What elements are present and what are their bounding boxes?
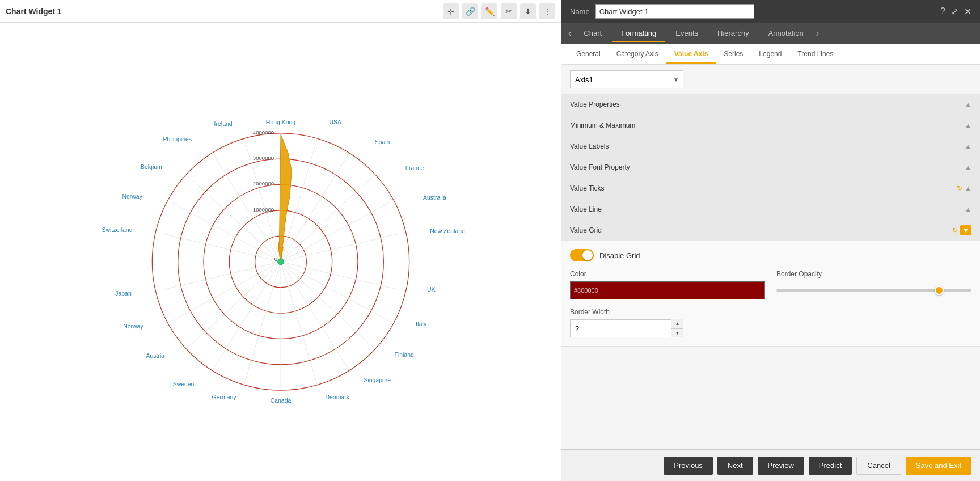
section-value-labels: Value Labels ▲ (561, 136, 980, 157)
svg-text:Hong Kong: Hong Kong (265, 119, 295, 125)
link-icon[interactable]: 🔗 (462, 3, 478, 19)
svg-text:USA: USA (329, 119, 341, 125)
collapse-icon-5[interactable]: ▲ (965, 184, 971, 192)
svg-marker-29 (278, 134, 292, 262)
spinner-down[interactable]: ▼ (671, 329, 683, 338)
svg-text:Finland: Finland (394, 352, 413, 358)
edit-icon[interactable]: ✏️ (481, 3, 497, 19)
chart-title: Chart Widget 1 (6, 7, 62, 16)
tab-nav-next[interactable]: › (814, 29, 821, 38)
svg-text:Spain: Spain (374, 139, 390, 145)
svg-text:Norway: Norway (123, 323, 143, 330)
section-value-font: Value Font Property ▲ (561, 157, 980, 178)
svg-line-12 (281, 261, 398, 289)
refresh-icon-ticks[interactable]: ↻ (957, 184, 962, 192)
collapse-icon-2[interactable]: ▲ (965, 121, 971, 129)
close-icon[interactable]: ✕ (964, 6, 971, 17)
expand-icon-grid[interactable]: ▼ (960, 225, 971, 235)
color-hex-text: #800000 (574, 287, 598, 294)
svg-text:Germany: Germany (212, 394, 236, 400)
help-icon[interactable]: ? (940, 6, 945, 16)
right-header: Name ? ⤢ ✕ (561, 0, 980, 23)
preview-button[interactable]: Preview (758, 457, 804, 475)
svg-text:0: 0 (274, 256, 277, 262)
tab-annotation[interactable]: Annotation (759, 26, 813, 42)
settings-icon[interactable]: ✂ (501, 3, 517, 19)
svg-text:2000000: 2000000 (252, 180, 273, 187)
svg-text:Japan: Japan (115, 290, 132, 297)
section-value-grid-header[interactable]: Value Grid ↻ ▼ (561, 220, 980, 241)
svg-line-11 (281, 234, 398, 262)
section-value-ticks-header[interactable]: Value Ticks ↻ ▲ (561, 178, 980, 199)
svg-line-22 (164, 261, 281, 289)
opacity-slider[interactable] (776, 289, 971, 292)
svg-text:Austria: Austria (146, 353, 164, 359)
refresh-icon-grid[interactable]: ↻ (952, 226, 958, 234)
svg-text:4000000: 4000000 (252, 129, 273, 136)
collapse-icon-3[interactable]: ▲ (965, 142, 971, 150)
disable-grid-label: Disable Grid (599, 251, 640, 260)
border-width-input[interactable] (570, 319, 683, 337)
more-icon[interactable]: ⋮ (539, 3, 555, 19)
section-value-labels-header[interactable]: Value Labels ▲ (561, 136, 980, 157)
svg-text:Philippines: Philippines (163, 136, 192, 142)
disable-grid-toggle[interactable] (570, 249, 594, 261)
border-width-row: Border Width ▲ ▼ (570, 308, 971, 337)
axis-select[interactable]: Axis1 (570, 70, 683, 88)
sub-tab-legend[interactable]: Legend (751, 45, 789, 64)
collapse-icon-6[interactable]: ▲ (965, 205, 971, 213)
resize-icon[interactable]: ⤢ (951, 6, 958, 17)
right-panel: Name ? ⤢ ✕ ‹ Chart Formatting Events Hie… (561, 0, 980, 481)
spinner-buttons: ▲ ▼ (671, 319, 683, 337)
section-value-ticks: Value Ticks ↻ ▲ (561, 178, 980, 199)
sub-tab-value-axis[interactable]: Value Axis (666, 45, 716, 64)
spinner-up[interactable]: ▲ (671, 319, 683, 329)
section-value-labels-label: Value Labels (570, 142, 609, 150)
tab-formatting[interactable]: Formatting (612, 26, 665, 42)
toolbar-icons: ⊹ 🔗 ✏️ ✂ ⬇ ⋮ (443, 3, 555, 19)
svg-text:1000000: 1000000 (252, 206, 273, 213)
svg-text:Australia: Australia (423, 195, 446, 201)
predict-button[interactable]: Predict (809, 457, 852, 475)
svg-line-15 (281, 261, 349, 370)
border-width-input-wrapper: ▲ ▼ (570, 319, 683, 337)
save-exit-button[interactable]: Save and Exit (906, 457, 971, 475)
collapse-icon-4[interactable]: ▲ (965, 163, 971, 171)
previous-button[interactable]: Previous (664, 457, 713, 475)
toggle-knob (582, 250, 593, 260)
section-value-grid-label: Value Grid (570, 226, 602, 234)
svg-text:Switzerland: Switzerland (102, 227, 132, 233)
bottom-bar: Previous Next Preview Predict Cancel Sav… (561, 449, 980, 481)
download-icon[interactable]: ⬇ (520, 3, 536, 19)
tab-hierarchy[interactable]: Hierarchy (708, 26, 758, 42)
cancel-button[interactable]: Cancel (856, 457, 901, 475)
widget-name-input[interactable] (595, 4, 754, 19)
section-value-ticks-icons: ↻ ▲ (957, 184, 971, 192)
tab-nav-prev[interactable]: ‹ (566, 29, 573, 38)
sub-tab-series[interactable]: Series (716, 45, 751, 64)
section-value-font-header[interactable]: Value Font Property ▲ (561, 157, 980, 178)
opacity-col: Border Opacity (776, 270, 971, 299)
chart-toolbar: Chart Widget 1 ⊹ 🔗 ✏️ ✂ ⬇ ⋮ (0, 0, 561, 23)
sub-tab-general[interactable]: General (568, 45, 609, 64)
opacity-label: Border Opacity (776, 270, 971, 278)
sub-tab-category[interactable]: Category Axis (609, 45, 666, 64)
tab-events[interactable]: Events (666, 26, 707, 42)
section-value-properties-label: Value Properties (570, 100, 620, 108)
color-picker[interactable]: #800000 (570, 281, 765, 299)
opacity-slider-container (776, 281, 971, 299)
svg-text:France: France (405, 165, 424, 171)
tab-chart[interactable]: Chart (575, 26, 611, 42)
header-actions: ? ⤢ ✕ (940, 6, 971, 17)
section-value-grid: Value Grid ↻ ▼ Disable Grid (561, 220, 980, 347)
next-button[interactable]: Next (717, 457, 753, 475)
sub-tab-trend-lines[interactable]: Trend Lines (789, 45, 841, 64)
section-min-max-header[interactable]: Minimum & Maximum ▲ (561, 115, 980, 136)
chart-panel: Chart Widget 1 ⊹ 🔗 ✏️ ✂ ⬇ ⋮ (0, 0, 561, 481)
section-value-properties: Value Properties ▲ (561, 94, 980, 115)
section-value-ticks-label: Value Ticks (570, 184, 604, 192)
collapse-icon[interactable]: ▲ (965, 100, 971, 108)
section-value-properties-header[interactable]: Value Properties ▲ (561, 94, 980, 115)
move-icon[interactable]: ⊹ (443, 3, 459, 19)
section-value-line-header[interactable]: Value Line ▲ (561, 199, 980, 220)
